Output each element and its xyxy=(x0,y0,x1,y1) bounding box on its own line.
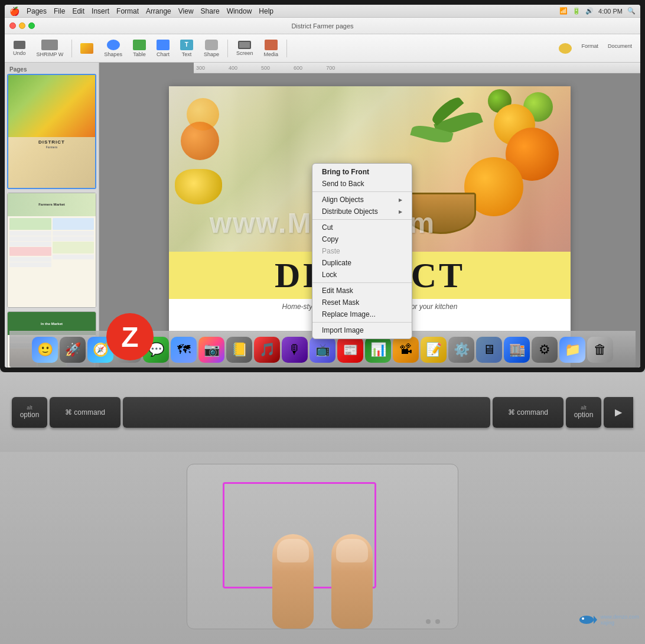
pages-window: District Farmer pages Undo SHRIMP W xyxy=(5,18,640,367)
minimize-button[interactable] xyxy=(19,22,25,29)
menubar-share[interactable]: Share xyxy=(201,7,220,15)
toolbar-image[interactable] xyxy=(77,42,97,55)
toolbar-collaborate[interactable] xyxy=(555,42,575,55)
menubar-arrange[interactable]: Arrange xyxy=(146,7,171,15)
menubar-window[interactable]: Window xyxy=(227,7,252,15)
maximize-button[interactable] xyxy=(28,22,35,29)
key-command-left-label: ⌘ command xyxy=(65,408,105,417)
ctx-reset-mask[interactable]: Reset Mask xyxy=(312,297,412,308)
ctx-edit-mask[interactable]: Edit Mask xyxy=(312,285,412,297)
ctx-duplicate[interactable]: Duplicate xyxy=(312,257,412,269)
dock-system2-app[interactable]: 🖥 xyxy=(476,337,502,363)
dock-podcasts[interactable]: 🎙 xyxy=(282,337,308,363)
toolbar-shapes[interactable]: Shapes xyxy=(100,38,126,58)
toolbar-shape2[interactable]: Shape xyxy=(200,38,223,58)
chart-icon xyxy=(157,40,170,50)
key-alt-right-top: alt xyxy=(581,405,587,411)
dock-trash-app[interactable]: 🗑 xyxy=(587,337,613,363)
key-arrow-right[interactable]: ▶ xyxy=(604,397,633,428)
trackpad[interactable] xyxy=(187,464,458,629)
key-alt-right[interactable]: alt option xyxy=(566,397,601,428)
show-icon xyxy=(41,40,58,50)
menubar-format[interactable]: Format xyxy=(116,7,139,15)
undo-icon xyxy=(14,41,25,49)
toolbar-screen[interactable]: Screen xyxy=(233,40,257,57)
key-spacebar[interactable] xyxy=(123,397,490,428)
toolbar-media[interactable]: Media xyxy=(260,38,282,58)
key-alt-left[interactable]: alt option xyxy=(12,397,47,428)
indicator2 xyxy=(435,619,440,624)
dock-folder-app[interactable]: 📁 xyxy=(559,337,585,363)
dock-launchpad[interactable]: 🚀 xyxy=(60,337,86,363)
key-command-left[interactable]: ⌘ command xyxy=(50,397,120,428)
screen-icon xyxy=(238,41,251,49)
page-thumb-2[interactable]: Farmers Market xyxy=(7,193,96,308)
menubar-time: 4:00 PM xyxy=(598,8,623,15)
dock-settings[interactable]: ⚙ xyxy=(532,337,558,363)
trackpad-indicators xyxy=(426,619,440,624)
ctx-bring-to-front[interactable]: Bring to Front xyxy=(312,166,412,178)
toolbar-undo[interactable]: Undo xyxy=(9,40,30,57)
dock-numbers-app[interactable]: 📊 xyxy=(365,337,391,363)
menubar-right: 📶 🔋 🔊 4:00 PM 🔍 xyxy=(559,7,636,15)
dock-keynote[interactable]: 📽 xyxy=(393,337,419,363)
ctx-import-image[interactable]: Import Image xyxy=(312,324,412,336)
ctx-paste[interactable]: Paste xyxy=(312,245,412,257)
dock-system-prefs[interactable]: ⚙️ xyxy=(448,337,474,363)
key-command-right[interactable]: ⌘ command xyxy=(493,397,563,428)
menubar-file[interactable]: File xyxy=(54,7,65,15)
ruler: 300 400 500 600 700 xyxy=(194,63,640,73)
image-icon xyxy=(80,43,93,54)
sidebar-label: Pages xyxy=(7,65,96,74)
ctx-cut[interactable]: Cut xyxy=(312,222,412,233)
thumb2-col1 xyxy=(9,218,51,268)
toolbar-chart[interactable]: Chart xyxy=(153,38,173,58)
dock-appstore-app[interactable]: 🏬 xyxy=(504,337,530,363)
menubar-pages[interactable]: Pages xyxy=(27,7,47,15)
dock-tv-app[interactable]: 📺 xyxy=(310,337,335,363)
site-line2: xajing xyxy=(600,620,614,626)
dock-photos-app[interactable]: 📷 xyxy=(198,337,224,363)
toolbar-table[interactable]: Table xyxy=(129,38,149,58)
separator-3 xyxy=(286,40,287,57)
ctx-lock[interactable]: Lock xyxy=(312,269,412,281)
ctx-copy[interactable]: Copy xyxy=(312,233,412,245)
menubar-view[interactable]: View xyxy=(178,7,194,15)
dock-contacts2[interactable]: 📒 xyxy=(226,337,252,363)
site-watermark: www.denzo.com xajing xyxy=(576,613,639,626)
menubar-edit[interactable]: Edit xyxy=(72,7,84,15)
dock-finder[interactable]: 🙂 xyxy=(32,337,58,363)
thumb2-body xyxy=(8,216,96,269)
toolbar-format[interactable]: Format xyxy=(578,42,602,55)
thumb1-image xyxy=(8,75,95,137)
menubar: 🍎 Pages File Edit Insert Format Arrange … xyxy=(5,5,640,18)
toolbar: Undo SHRIMP W Shapes xyxy=(5,34,640,63)
toolbar-show[interactable]: SHRIMP W xyxy=(33,38,67,58)
window-titlebar: District Farmer pages xyxy=(5,18,640,34)
menubar-help[interactable]: Help xyxy=(259,7,273,15)
window-title: District Farmer pages xyxy=(291,22,353,30)
finger-right xyxy=(331,534,373,629)
close-button[interactable] xyxy=(9,22,16,29)
separator-2 xyxy=(227,40,228,57)
key-option-left: option xyxy=(20,411,40,419)
page-thumb-1[interactable]: DISTRICT Farmers xyxy=(7,74,96,189)
ctx-distribute[interactable]: Distribute Objects xyxy=(312,206,412,217)
svg-point-2 xyxy=(582,617,584,620)
apple-menu-icon[interactable]: 🍎 xyxy=(9,6,19,16)
search-icon[interactable]: 🔍 xyxy=(627,7,636,15)
shapes-icon xyxy=(107,40,120,50)
ctx-align-objects[interactable]: Align Objects xyxy=(312,194,412,206)
separator-1 xyxy=(71,40,72,57)
text-icon: T xyxy=(180,40,193,50)
dock-news-app[interactable]: 📰 xyxy=(337,337,363,363)
dock-maps-app[interactable]: 🗺 xyxy=(171,337,197,363)
toolbar-text[interactable]: T Text xyxy=(177,38,197,58)
canvas-area[interactable]: 300 400 500 600 700 xyxy=(99,63,640,367)
ctx-replace-image[interactable]: Replace Image... xyxy=(312,308,412,320)
ctx-send-to-back[interactable]: Send to Back xyxy=(312,178,412,190)
dock-music-app[interactable]: 🎵 xyxy=(254,337,280,363)
menubar-insert[interactable]: Insert xyxy=(92,7,109,15)
toolbar-document[interactable]: Document xyxy=(604,42,636,55)
dock-notes-app[interactable]: 📝 xyxy=(421,337,447,363)
